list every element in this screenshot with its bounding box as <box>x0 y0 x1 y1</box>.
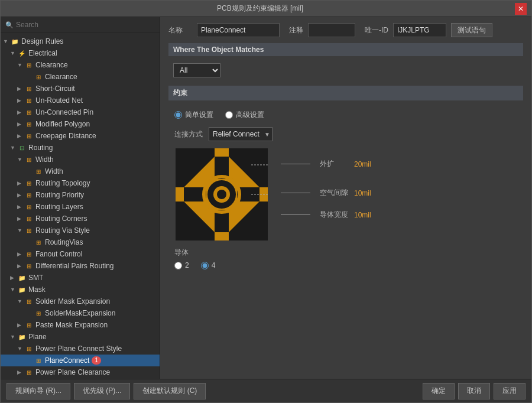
tree-item-label: Un-Routed Net <box>35 96 83 105</box>
conductor-label: 导体 <box>174 248 517 258</box>
main-window: PCB规则及约束编辑器 [mil] ✕ 🔍 ▼ 📁 Design Rules ▼… <box>0 0 532 403</box>
conductor-2-radio[interactable] <box>174 262 182 269</box>
folder-icon: 📁 <box>17 285 27 294</box>
conductor-4-radio[interactable] <box>201 262 209 269</box>
tree-item-label: Routing Topology <box>35 179 90 187</box>
priority-button[interactable]: 优先级 (P)... <box>74 383 130 399</box>
rule-icon: ⊞ <box>24 202 34 212</box>
tree-item-routing-layers[interactable]: ▶ ⊞ Routing Layers <box>1 201 160 213</box>
advanced-radio-label[interactable]: 高级设置 <box>225 110 264 120</box>
air-line <box>281 193 310 193</box>
conductor-width-value: 10mil <box>354 211 371 219</box>
right-panel: 名称 注释 唯一-ID 测试语句 Where The Object Matche… <box>160 17 531 379</box>
arrow-icon: ▼ <box>17 346 24 352</box>
conductor-4-value: 4 <box>212 261 216 269</box>
tree-item-mask[interactable]: ▼ 📁 Mask <box>1 284 160 295</box>
ext-value: 20mil <box>354 160 371 168</box>
name-input[interactable] <box>197 23 280 37</box>
tree-item-routing-corners[interactable]: ▶ ⊞ Routing Corners <box>1 213 160 225</box>
tree-item-creepage-distance[interactable]: ▶ ⊞ Creepage Distance <box>1 130 160 142</box>
tree-item-electrical[interactable]: ▼ ⚡ Electrical <box>1 47 160 59</box>
tree-item-label: Clearance <box>45 73 77 81</box>
arrow-icon: ▼ <box>10 287 17 292</box>
arrow-icon: ▶ <box>17 216 24 222</box>
tree-item-label: Routing Layers <box>35 203 83 211</box>
rule-icon: ⊞ <box>24 214 34 223</box>
tree-item-width-group[interactable]: ▼ ⊞ Width <box>1 154 160 165</box>
conductor-width-line <box>281 214 310 215</box>
tree-item-solder-mask-exp-item[interactable]: ⊞ SolderMaskExpansion <box>1 307 160 319</box>
tree-item-plane-connect[interactable]: ⊞ PlaneConnect 1 <box>1 355 160 366</box>
arrow-icon: ▶ <box>17 133 24 139</box>
routing-icon: ⊡ <box>17 143 27 152</box>
rule-icon: ⊞ <box>24 155 34 164</box>
electrical-icon: ⚡ <box>17 48 27 58</box>
wizard-button[interactable]: 规则向导 (R)... <box>7 383 70 399</box>
where-header: Where The Object Matches <box>168 43 523 56</box>
tree-item-paste-mask-exp[interactable]: ▶ ⊞ Paste Mask Expansion <box>1 319 160 331</box>
tree-item-fanout-control[interactable]: ▶ ⊞ Fanout Control <box>1 248 160 260</box>
tree-item-routing-vias[interactable]: ⊞ RoutingVias <box>1 236 160 248</box>
rule-icon: ⊞ <box>24 320 34 330</box>
tree-item-solder-mask-exp[interactable]: ▼ ⊞ Solder Mask Expansion <box>1 295 160 307</box>
tree-item-clearance[interactable]: ⊞ Clearance <box>1 71 160 83</box>
tree-item-design-rules[interactable]: ▼ 📁 Design Rules <box>1 35 160 47</box>
main-content: 🔍 ▼ 📁 Design Rules ▼ ⚡ Electrical <box>1 17 531 379</box>
id-input[interactable] <box>393 23 446 37</box>
tree-item-label: Power Plane Clearance <box>35 368 110 376</box>
arrow-icon: ▶ <box>17 121 24 127</box>
tree-item-un-connected-pin[interactable]: ▶ ⊞ Un-Connected Pin <box>1 106 160 118</box>
apply-button[interactable]: 应用 <box>494 383 525 399</box>
tree-item-clearance-group[interactable]: ▼ ⊞ Clearance <box>1 59 160 71</box>
rule-icon: ⊞ <box>34 238 43 247</box>
tree-item-power-plane-clearance[interactable]: ▶ ⊞ Power Plane Clearance <box>1 366 160 378</box>
search-input[interactable] <box>16 21 155 29</box>
tree-item-modified-polygon[interactable]: ▶ ⊞ Modified Polygon <box>1 118 160 130</box>
advanced-label: 高级设置 <box>236 110 264 120</box>
create-button[interactable]: 创建默认规则 (C) <box>134 383 206 399</box>
tree-item-label: RoutingVias <box>45 238 83 246</box>
folder-icon: 📁 <box>17 332 27 342</box>
tree-item-routing-via-style[interactable]: ▼ ⊞ Routing Via Style <box>1 225 160 236</box>
tree-item-width[interactable]: ⊞ Width <box>1 165 160 177</box>
name-label: 名称 <box>168 25 192 35</box>
arrow-icon: ▶ <box>10 275 17 281</box>
advanced-radio[interactable] <box>225 111 233 119</box>
connect-select-wrap: Relief Connect Direct Connect No Connect… <box>209 127 273 141</box>
tree-item-label: Electrical <box>28 49 57 57</box>
tree-item-label: Short-Circuit <box>35 84 75 93</box>
name-row: 名称 注释 唯一-ID 测试语句 <box>168 23 523 37</box>
bottom-right-group: 确定 取消 应用 <box>423 383 525 399</box>
tree-item-un-routed-net[interactable]: ▶ ⊞ Un-Routed Net <box>1 95 160 106</box>
connect-select[interactable]: Relief Connect Direct Connect No Connect <box>209 127 273 141</box>
tree-item-routing-topology[interactable]: ▶ ⊞ Routing Topology <box>1 177 160 189</box>
tree-item-smt[interactable]: ▶ 📁 SMT <box>1 272 160 284</box>
arrow-icon: ▼ <box>10 145 17 151</box>
where-dropdown[interactable]: All <box>173 63 220 77</box>
tree-item-short-circuit[interactable]: ▶ ⊞ Short-Circuit <box>1 83 160 95</box>
simple-radio-label[interactable]: 简单设置 <box>174 110 213 120</box>
conductor-width-label: 导体宽度 <box>320 210 349 220</box>
tree-item-label: SMT <box>28 274 43 282</box>
ok-button[interactable]: 确定 <box>423 383 455 399</box>
tree-item-routing-priority[interactable]: ▶ ⊞ Routing Priority <box>1 189 160 201</box>
rule-icon: ⊞ <box>34 167 43 176</box>
window-title: PCB规则及约束编辑器 [mil] <box>5 4 515 14</box>
conductor-2-label[interactable]: 2 <box>174 261 189 269</box>
ext-line <box>281 164 310 164</box>
conductor-4-label[interactable]: 4 <box>201 261 216 269</box>
rule-icon: ⊞ <box>24 368 34 377</box>
test-button[interactable]: 测试语句 <box>451 23 492 37</box>
tree-item-power-plane-connect[interactable]: ▼ ⊞ Power Plane Connect Style <box>1 343 160 355</box>
tree-item-label: Differential Pairs Routing <box>35 262 114 270</box>
close-button[interactable]: ✕ <box>515 3 527 15</box>
air-value: 10mil <box>354 189 371 197</box>
rule-icon: ⊞ <box>24 178 34 188</box>
simple-radio[interactable] <box>174 111 182 119</box>
cancel-button[interactable]: 取消 <box>458 383 490 399</box>
tree-item-routing[interactable]: ▼ ⊡ Routing <box>1 142 160 154</box>
comment-input[interactable] <box>308 23 355 37</box>
tree-item-plane[interactable]: ▼ 📁 Plane <box>1 331 160 343</box>
conductor-2-value: 2 <box>185 261 189 269</box>
tree-item-diff-pairs[interactable]: ▶ ⊞ Differential Pairs Routing <box>1 260 160 272</box>
